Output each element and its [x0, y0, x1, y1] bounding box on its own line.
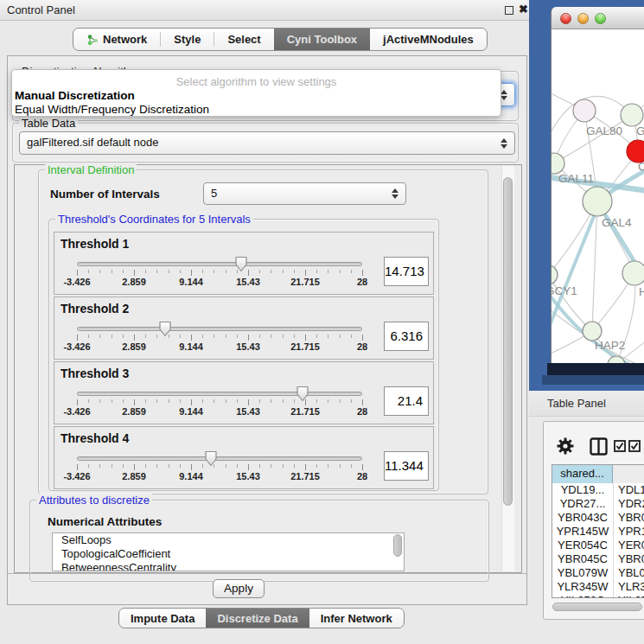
table-header-row: shared... na — [552, 465, 644, 483]
threshold-label: Threshold 1 — [61, 237, 129, 251]
column-view-icon[interactable] — [590, 437, 608, 456]
attributes-list-scrollbar-thumb[interactable] — [393, 534, 402, 557]
node-attribute-table: shared... na YDL19...YDL19YDR27...YDR27Y… — [552, 464, 644, 598]
slider-tick-label: 15.43 — [236, 277, 260, 287]
slider-tick — [283, 335, 284, 338]
network-node-node-g[interactable] — [621, 104, 643, 126]
table-row[interactable]: YIL052CYIL052C — [552, 594, 644, 598]
slider-tick — [259, 270, 260, 273]
slider-track[interactable] — [77, 327, 362, 331]
number-of-intervals-select[interactable]: 5 — [203, 182, 406, 205]
cell-shared-name: YPR145W — [552, 525, 613, 539]
cell-name: YBL079W — [613, 566, 644, 580]
tab-infer-network[interactable]: Infer Network — [309, 609, 404, 628]
threshold-value-field[interactable]: 6.316 — [384, 322, 429, 351]
slider-tick — [169, 464, 169, 468]
table-row[interactable]: YER054CYER054C — [552, 539, 644, 552]
slider-tick — [88, 464, 89, 468]
tab-network[interactable]: Network — [73, 29, 160, 50]
slider-tick — [237, 399, 238, 403]
table-row[interactable]: YDL19...YDL19 — [552, 483, 644, 497]
threshold-value-field[interactable]: 21.4 — [384, 386, 429, 416]
table-row[interactable]: YLR345WYLR345W — [552, 580, 644, 594]
network-view-window: GAL80GACGAL11GAL4GCY1HHAP2 — [551, 7, 644, 363]
slider-tick — [340, 270, 341, 273]
minimize-traffic-light-icon[interactable] — [577, 13, 589, 24]
attribute-list-item[interactable]: BetweennessCentrality — [53, 561, 404, 571]
cell-name: YBR045C — [613, 552, 644, 566]
combo-arrows-icon — [392, 188, 399, 199]
slider-tick — [88, 270, 89, 273]
table-row[interactable]: YBR045CYBR045C — [552, 552, 644, 566]
table-row[interactable]: YDR27...YDR27 — [552, 497, 644, 511]
tab-style[interactable]: Style — [161, 29, 214, 50]
slider-tick — [294, 399, 295, 403]
table-row[interactable]: YBL079WYBL079W — [552, 566, 644, 580]
slider-tick — [214, 335, 214, 338]
table-data-select[interactable]: galFiltered.sif default node — [19, 131, 515, 155]
settings-scrollbar-thumb[interactable] — [503, 177, 513, 506]
threshold-value-field[interactable]: 14.713 — [384, 257, 429, 286]
slider-tick — [191, 464, 192, 470]
network-node-gcy1[interactable] — [552, 265, 558, 284]
slider-tick — [248, 399, 249, 405]
attributes-to-discretize-group-title: Attributes to discretize — [36, 494, 152, 507]
slider-tick — [156, 335, 157, 338]
slider-tick — [294, 270, 295, 273]
tab-impute-data[interactable]: Impute Data — [119, 609, 206, 628]
slider-tick-label: 2.859 — [122, 277, 146, 287]
network-window-title-bar[interactable] — [552, 7, 644, 29]
tab-cyni-toolbox[interactable]: Cyni Toolbox — [274, 29, 370, 50]
table-row[interactable]: YBR043CYBR043C — [552, 511, 644, 525]
slider-tick-label: 9.144 — [179, 406, 203, 417]
table-row[interactable]: YPR145WYPR145W — [552, 525, 644, 539]
float-window-icon[interactable] — [505, 6, 513, 15]
slider-tick — [191, 335, 192, 341]
attribute-list-item[interactable]: TopologicalCoefficient — [53, 547, 404, 561]
close-traffic-light-icon[interactable] — [560, 13, 571, 24]
slider-tick — [316, 464, 317, 468]
slider-tick — [237, 464, 238, 468]
slider-tick — [99, 270, 100, 273]
threshold-label: Threshold 2 — [61, 302, 129, 316]
network-node-h-node[interactable] — [622, 261, 644, 285]
algorithm-option-equal-width[interactable]: Equal Width/Frequency Discretization — [14, 103, 493, 116]
slider-tick — [180, 464, 181, 468]
slider-thumb[interactable] — [296, 386, 309, 402]
slider-thumb[interactable] — [158, 321, 172, 337]
column-header-shared-name[interactable]: shared... — [552, 465, 613, 483]
tab-select[interactable]: Select — [214, 29, 273, 50]
tab-discretize-data[interactable]: Discretize Data — [206, 609, 309, 628]
combo-arrows-icon — [501, 138, 508, 149]
numerical-attributes-label: Numerical Attributes — [48, 515, 162, 528]
network-node-gal4[interactable] — [583, 187, 612, 216]
tab-jactivemnodules[interactable]: jActiveMNodules — [370, 29, 487, 50]
threshold-value-field[interactable]: 11.344 — [384, 451, 429, 481]
network-canvas[interactable]: GAL80GACGAL11GAL4GCY1HHAP2 — [552, 29, 644, 363]
column-header-name[interactable]: na — [613, 465, 644, 483]
slider-thumb[interactable] — [234, 256, 248, 272]
zoom-traffic-light-icon[interactable] — [595, 13, 606, 24]
slider-track[interactable] — [77, 392, 362, 396]
table-hscrollbar-thumb[interactable] — [552, 603, 642, 611]
algorithm-option-manual[interactable]: Manual Discretization — [14, 89, 493, 102]
apply-button[interactable]: Apply — [213, 579, 265, 598]
attribute-list-item[interactable]: SelfLoops — [53, 533, 404, 547]
slider-thumb[interactable] — [204, 450, 218, 467]
slider-tick — [362, 399, 363, 405]
slider-tick-label: 28 — [357, 471, 367, 481]
divider — [8, 573, 526, 574]
slider-tick-label: 21.715 — [290, 341, 320, 352]
checkbox-icon[interactable] — [628, 440, 641, 452]
slider-track[interactable] — [77, 262, 362, 266]
slider-tick — [351, 335, 352, 338]
network-node-gal80[interactable] — [573, 99, 596, 122]
numerical-attributes-list[interactable]: SelfLoopsTopologicalCoefficientBetweenne… — [52, 532, 405, 571]
network-node-hap2[interactable] — [583, 322, 602, 341]
gear-icon[interactable] — [556, 437, 575, 456]
checkbox-icon[interactable] — [614, 440, 626, 452]
slider-tick-label: -3.426 — [63, 277, 90, 287]
close-window-icon[interactable]: ✖ — [519, 3, 528, 16]
slider-track[interactable] — [77, 456, 362, 461]
slider-tick — [169, 270, 169, 273]
